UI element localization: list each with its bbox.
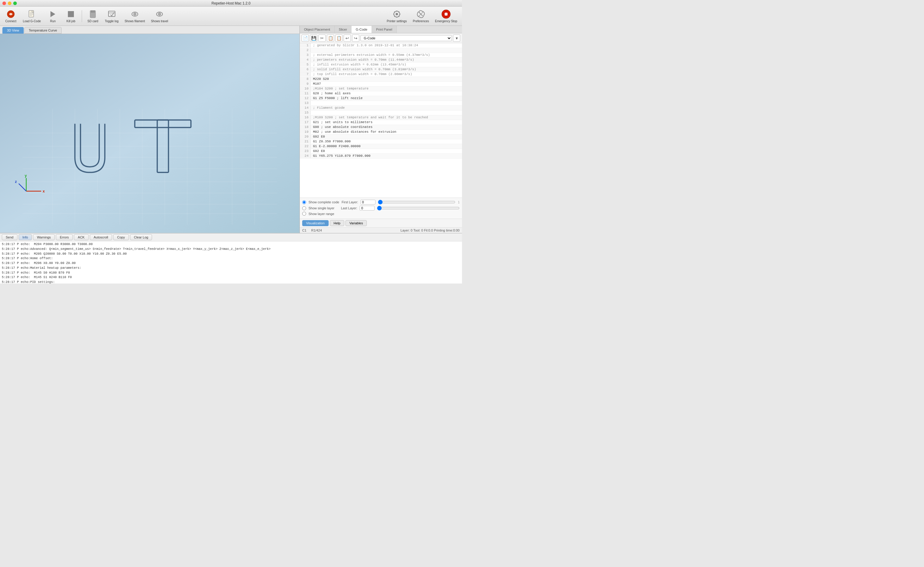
vis-tab-help[interactable]: Help [330, 220, 345, 226]
run-label: Run [50, 20, 56, 23]
show-single-radio[interactable] [302, 206, 306, 210]
preferences-label: Preferences [413, 20, 429, 23]
svg-rect-24 [445, 13, 448, 16]
tab-temperature-curve[interactable]: Temperature Curve [24, 27, 62, 34]
show-complete-radio[interactable] [302, 200, 306, 204]
load-gcode-icon [27, 9, 37, 19]
line-number: 22 [300, 144, 310, 148]
run-button[interactable]: Run [45, 8, 61, 24]
code-line-1: 1; generated by Slic3r 1.3.0 on 2019-12-… [300, 43, 462, 48]
paste-button[interactable]: 📋 [335, 34, 342, 42]
connect-label: Connect [5, 20, 16, 23]
run-icon [48, 9, 58, 19]
dropdown-arrow[interactable]: ▾ [453, 34, 460, 42]
first-layer-slider[interactable] [378, 200, 455, 204]
view-tabs: 3D View Temperature Curve [0, 26, 300, 34]
show-range-label: Show layer range [309, 212, 339, 216]
warnings-button[interactable]: Warnings [33, 234, 55, 240]
toggle-log-button[interactable]: Toggle log [102, 8, 121, 24]
errors-button[interactable]: Errors [56, 234, 73, 240]
svg-text:z: z [15, 180, 17, 184]
toolbar-separator-1 [82, 10, 82, 22]
load-gcode-button[interactable]: Load G-Code [20, 8, 43, 24]
svg-point-21 [396, 13, 398, 15]
save-file-button[interactable]: 💾 [310, 34, 317, 42]
code-line-24: 24G1 Y65.275 Y110.879 F7800.000 [300, 154, 462, 159]
line-content: G1 Z0.350 F7800.000 [310, 140, 462, 144]
shows-filament-icon [130, 9, 140, 19]
tab-print-panel[interactable]: Print Panel [372, 26, 397, 33]
log-line: 5:28:17 P echo:Home offset: [2, 256, 460, 261]
last-layer-slider[interactable] [377, 206, 460, 210]
line-number: 18 [300, 125, 310, 129]
log-panel: Send Info Warnings Errors ACK Autoscroll… [0, 233, 462, 284]
svg-rect-10 [93, 10, 93, 13]
log-toolbar: Send Info Warnings Errors ACK Autoscroll… [0, 233, 462, 242]
line-number: 8 [300, 77, 310, 81]
last-layer-input[interactable] [360, 206, 375, 210]
line-number: 17 [300, 120, 310, 124]
svg-rect-9 [91, 10, 92, 13]
minimize-button[interactable] [8, 2, 11, 5]
emergency-stop-button[interactable]: Emergency Stop [432, 8, 460, 24]
first-layer-input[interactable] [360, 200, 375, 204]
row-count: R1/424 [311, 228, 322, 232]
new-file-button[interactable]: 📄 [302, 34, 309, 42]
shows-travel-button[interactable]: Shows travel [148, 8, 170, 24]
maximize-button[interactable] [13, 2, 17, 5]
line-number: 1 [300, 43, 310, 48]
tab-3d-view[interactable]: 3D View [2, 27, 24, 34]
gcode-dropdown[interactable]: G-Code [360, 35, 452, 41]
preferences-button[interactable]: Preferences [410, 8, 431, 24]
kill-job-label: Kill job [66, 20, 75, 23]
code-line-10: 10;M104 S200 ; set temperature [300, 87, 462, 91]
emergency-stop-icon [441, 9, 451, 19]
redo-button[interactable]: ↪ [352, 34, 359, 42]
tab-object-placement[interactable]: Object Placement [300, 26, 334, 33]
layer-info: Layer: 0 Tool: 0 Fil:0.0 Printing time:0… [400, 228, 460, 232]
line-content: ; solid infill extrusion width = 0.70mm … [310, 67, 462, 72]
first-layer-label: First Layer: [342, 200, 358, 204]
svg-marker-6 [51, 11, 55, 17]
tab-gcode[interactable]: G-Code [351, 26, 372, 33]
view-panel: 3D View Temperature Curve ↻ ✥ ⊕ ✜ 🔍 ⬜ ▭ … [0, 26, 300, 233]
title-bar: Repetier-Host Mac 1.2.0 [0, 0, 462, 7]
code-line-23: 23G92 E0 [300, 149, 462, 154]
sd-card-button[interactable]: SD card [84, 8, 101, 24]
kill-job-button[interactable]: Kill job [63, 8, 79, 24]
code-line-5: 5; infill extrusion width = 0.62mm (13.4… [300, 63, 462, 67]
shows-filament-button[interactable]: Shows filament [122, 8, 147, 24]
tab-slicer[interactable]: Slicer [334, 26, 352, 33]
svg-rect-2 [32, 10, 34, 12]
connect-button[interactable]: Connect [2, 8, 19, 24]
line-content [310, 48, 462, 49]
line-content: M220 S20 [310, 77, 462, 81]
vis-tabs: Visualization Help Variables [300, 219, 462, 227]
vis-tab-variables[interactable]: Variables [345, 220, 367, 226]
ack-button[interactable]: ACK [74, 234, 88, 240]
code-line-4: 4; perimeters extrusion width = 0.70mm (… [300, 58, 462, 63]
emergency-stop-label: Emergency Stop [435, 20, 457, 23]
send-button[interactable]: Send [2, 234, 17, 240]
vis-tab-visualization[interactable]: Visualization [302, 220, 328, 226]
code-editor[interactable]: 1; generated by Slic3r 1.3.0 on 2019-12-… [300, 43, 462, 198]
autoscroll-button[interactable]: Autoscroll [90, 234, 112, 240]
code-line-13: 13 [300, 101, 462, 106]
toggle-log-icon [107, 9, 117, 19]
printer-settings-button[interactable]: Printer settings [384, 8, 409, 24]
clear-log-button[interactable]: Clear Log [130, 234, 152, 240]
cut-button[interactable]: ✂ [318, 34, 326, 42]
copy-button[interactable]: Copy [113, 234, 129, 240]
load-gcode-label: Load G-Code [23, 20, 41, 23]
3d-viewport[interactable]: ↻ ✥ ⊕ ✜ 🔍 ⬜ ▭ ✏ 🗑 [0, 34, 300, 233]
undo-button[interactable]: ↩ [344, 34, 351, 42]
close-button[interactable] [2, 2, 6, 5]
code-line-2: 2 [300, 48, 462, 53]
info-button[interactable]: Info [19, 234, 32, 240]
show-range-radio[interactable] [302, 212, 306, 216]
printer-settings-icon [392, 9, 402, 19]
code-line-9: 9M107 [300, 82, 462, 87]
layer-controls: Show complete code First Layer: 1 Show s… [300, 198, 462, 219]
copy-code-button[interactable]: 📋 [327, 34, 334, 42]
code-tabs: Object Placement Slicer G-Code Print Pan… [300, 26, 462, 33]
